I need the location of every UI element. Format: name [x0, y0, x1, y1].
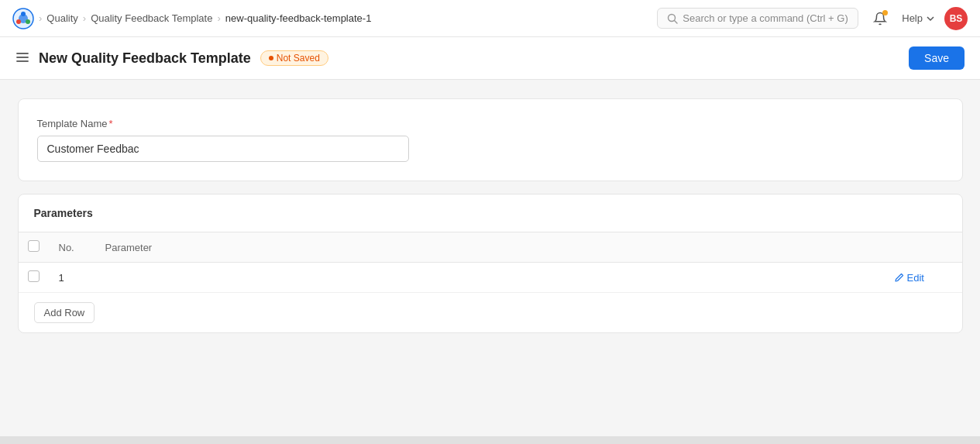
row-action-cell: Edit [885, 263, 962, 293]
svg-point-2 [21, 12, 26, 16]
table-row: 1 Edit [19, 263, 962, 293]
help-label: Help [902, 12, 923, 24]
search-placeholder: Search or type a command (Ctrl + G) [683, 12, 848, 24]
help-button[interactable]: Help [902, 12, 935, 24]
table-header-action [885, 232, 962, 263]
header-checkbox[interactable] [28, 240, 40, 252]
svg-point-4 [16, 19, 21, 24]
top-nav: › Quality › Quality Feedback Template › … [0, 0, 980, 37]
table-header-row: No. Parameter [19, 232, 962, 263]
template-name-card: Template Name* [18, 98, 963, 181]
not-saved-badge: Not Saved [260, 50, 328, 66]
edit-button[interactable]: Edit [894, 272, 924, 284]
notifications-button[interactable] [868, 6, 892, 31]
breadcrumb-sep-2: › [217, 12, 220, 24]
breadcrumb-template[interactable]: Quality Feedback Template [91, 12, 212, 24]
edit-icon [894, 273, 904, 283]
hamburger-icon [15, 50, 29, 64]
breadcrumb: › Quality › Quality Feedback Template › … [39, 12, 371, 24]
svg-line-6 [675, 20, 678, 23]
app-logo [12, 8, 34, 29]
nav-right: Search or type a command (Ctrl + G) Help… [657, 6, 968, 31]
row-parameter-cell [96, 263, 885, 293]
breadcrumb-sep-1: › [83, 12, 86, 24]
nav-left: › Quality › Quality Feedback Template › … [12, 8, 371, 29]
svg-point-3 [26, 19, 30, 24]
breadcrumb-sep-0: › [39, 12, 42, 24]
parameters-header: Parameters [19, 194, 962, 232]
parameters-title: Parameters [34, 207, 93, 219]
search-box[interactable]: Search or type a command (Ctrl + G) [657, 8, 858, 29]
notification-dot [882, 10, 888, 15]
parameters-card: Parameters No. Parameter 1 [18, 194, 963, 333]
menu-icon[interactable] [15, 50, 29, 67]
main-content: Template Name* Parameters No. Parameter [0, 80, 980, 364]
template-name-input[interactable] [37, 136, 409, 162]
parameters-table: No. Parameter 1 [19, 232, 962, 293]
search-icon [667, 13, 678, 24]
not-saved-dot [269, 56, 273, 60]
page-header: New Quality Feedback Template Not Saved … [0, 37, 980, 80]
breadcrumb-current: new-quality-feedback-template-1 [225, 12, 372, 24]
table-header-no: No. [50, 232, 96, 263]
avatar[interactable]: BS [944, 7, 968, 30]
not-saved-label: Not Saved [277, 53, 320, 64]
add-row-button[interactable]: Add Row [34, 302, 95, 323]
row-checkbox-cell [19, 263, 50, 293]
row-checkbox[interactable] [28, 270, 40, 282]
table-header-parameter: Parameter [96, 232, 885, 263]
page-header-left: New Quality Feedback Template Not Saved [15, 50, 328, 67]
edit-label: Edit [907, 272, 924, 284]
row-number-cell: 1 [50, 263, 96, 293]
breadcrumb-quality[interactable]: Quality [46, 12, 77, 24]
save-button[interactable]: Save [909, 46, 965, 70]
table-header-checkbox-col [19, 232, 50, 263]
template-name-label: Template Name* [37, 118, 944, 129]
chevron-down-icon [926, 14, 935, 23]
page-title: New Quality Feedback Template [39, 50, 251, 67]
required-indicator: * [109, 118, 113, 129]
